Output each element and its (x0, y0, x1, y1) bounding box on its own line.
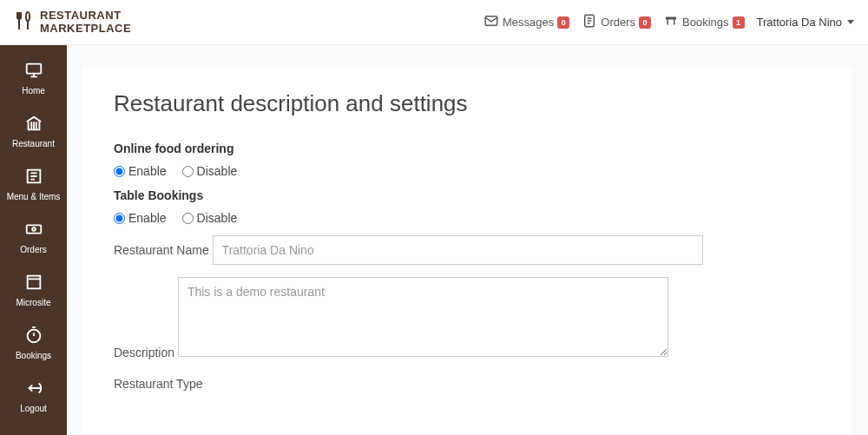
orders-link[interactable]: Orders 0 (582, 13, 651, 31)
cash-icon (24, 220, 43, 245)
sidebar: Home Restaurant Menu & Items Orders Micr… (0, 45, 67, 435)
description-textarea[interactable] (178, 277, 668, 357)
sidebar-item-menu-items[interactable]: Menu & Items (0, 158, 67, 211)
brand-line1: RESTAURANT (40, 10, 131, 22)
stopwatch-icon (24, 326, 43, 351)
svg-rect-6 (27, 276, 40, 289)
sidebar-item-label: Menu & Items (7, 192, 61, 202)
sidebar-item-label: Bookings (16, 351, 51, 361)
building-icon (24, 114, 43, 139)
table-bookings-enable[interactable]: Enable (114, 211, 167, 225)
sidebar-item-logout[interactable]: Logout (0, 370, 67, 423)
restaurant-type-label: Restaurant Type (114, 377, 202, 391)
description-label: Description (114, 346, 174, 359)
user-name: Trattoria Da Nino (757, 16, 843, 29)
online-ordering-label: Online food ordering (114, 142, 233, 155)
main-content: Restaurant description and settings Onli… (67, 45, 868, 435)
sidebar-item-label: Microsite (16, 298, 50, 308)
sidebar-item-restaurant[interactable]: Restaurant (0, 105, 67, 158)
envelope-icon (483, 13, 499, 31)
messages-badge: 0 (557, 16, 569, 29)
sidebar-item-label: Home (22, 86, 45, 96)
topbar: RESTAURANT MARKETPLACE Messages 0 Orders… (0, 0, 868, 45)
page-title: Restaurant description and settings (114, 90, 821, 117)
table-icon (663, 13, 679, 31)
top-links: Messages 0 Orders 0 Bookings 1 Trattoria… (483, 13, 854, 31)
online-ordering-enable[interactable]: Enable (114, 164, 167, 178)
sidebar-item-home[interactable]: Home (0, 52, 67, 105)
window-icon (24, 273, 43, 298)
orders-label: Orders (601, 16, 635, 29)
table-bookings-disable-radio[interactable] (182, 213, 194, 224)
sidebar-item-orders[interactable]: Orders (0, 211, 67, 264)
svg-rect-4 (26, 225, 41, 233)
clipboard-icon (582, 13, 597, 31)
online-ordering-disable-radio[interactable] (182, 166, 194, 177)
sidebar-item-label: Logout (20, 404, 47, 414)
user-dropdown[interactable]: Trattoria Da Nino (757, 16, 855, 29)
bookings-badge: 1 (733, 16, 745, 29)
sidebar-item-label: Restaurant (12, 139, 55, 149)
messages-link[interactable]: Messages 0 (483, 13, 569, 31)
orders-badge: 0 (639, 16, 651, 29)
settings-card: Restaurant description and settings Onli… (82, 66, 852, 435)
sidebar-item-label: Orders (20, 245, 47, 255)
online-ordering-disable[interactable]: Disable (182, 164, 238, 178)
table-bookings-enable-radio[interactable] (114, 213, 125, 224)
chevron-down-icon (847, 20, 854, 24)
brand-logo[interactable]: RESTAURANT MARKETPLACE (14, 10, 131, 35)
restaurant-name-input[interactable] (213, 235, 703, 265)
back-arrow-icon (24, 379, 43, 404)
brand-line2: MARKETPLACE (40, 23, 131, 35)
sidebar-item-microsite[interactable]: Microsite (0, 264, 67, 317)
monitor-icon (24, 61, 43, 86)
svg-point-7 (27, 330, 40, 343)
newspaper-icon (24, 167, 43, 192)
bookings-label: Bookings (682, 16, 728, 29)
fork-knife-icon (14, 10, 35, 34)
svg-rect-2 (26, 64, 41, 74)
svg-point-5 (32, 227, 36, 231)
bookings-link[interactable]: Bookings 1 (663, 13, 744, 31)
table-bookings-disable[interactable]: Disable (182, 211, 238, 225)
table-bookings-label: Table Bookings (114, 188, 203, 202)
online-ordering-enable-radio[interactable] (114, 166, 125, 177)
sidebar-item-bookings[interactable]: Bookings (0, 317, 67, 370)
restaurant-name-label: Restaurant Name (114, 243, 209, 257)
messages-label: Messages (503, 16, 554, 29)
